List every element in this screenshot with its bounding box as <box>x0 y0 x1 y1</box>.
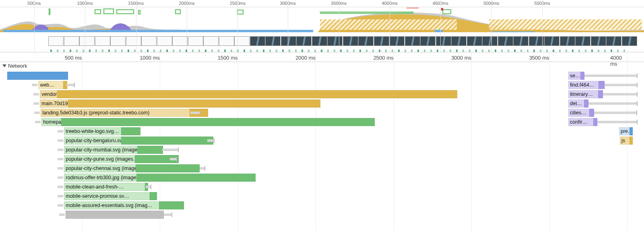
request-label: cities… <box>570 110 586 116</box>
request-tail-whisker <box>162 149 178 151</box>
request-label: js <box>621 138 625 143</box>
network-request-bar[interactable]: icomoon.f9c43a99.woff2 (prep… <box>0 211 644 219</box>
screenshot-thumb[interactable] <box>157 36 172 46</box>
request-bar-download <box>136 164 200 172</box>
request-bar-download <box>580 72 584 80</box>
screenshot-thumb[interactable] <box>606 36 621 46</box>
request-bar-download <box>150 192 157 200</box>
request-bar-download <box>630 127 633 135</box>
overview-gridline <box>440 0 441 52</box>
overview-timeline[interactable]: 500ms1000ms1500ms2000ms2500ms3000ms3500m… <box>0 0 644 52</box>
request-label: popular-city-mumbai.svg (images… <box>66 147 145 153</box>
screenshot-thumbs[interactable] <box>0 35 644 48</box>
network-request-bar[interactable]: se… <box>0 72 644 80</box>
main-ruler[interactable]: 500 ms1000 ms1500 ms2000 ms2500 ms3000 m… <box>0 52 644 62</box>
main-ruler-tick: 3000 ms <box>451 55 471 61</box>
network-request-bar[interactable]: det… <box>0 99 644 108</box>
screenshot-thumb[interactable] <box>544 36 559 46</box>
screenshot-thumb[interactable] <box>327 36 343 46</box>
network-request-bar[interactable]: mobile-assured-essentials.svg (imag… <box>0 201 644 209</box>
network-request-bar[interactable]: pre. <box>0 127 644 135</box>
svg-rect-9 <box>95 10 101 14</box>
network-request-bar[interactable]: mobile-service-promise.sv… <box>0 192 644 200</box>
screenshot-thumb[interactable] <box>513 36 528 46</box>
screenshot-thumb[interactable] <box>575 36 590 46</box>
overview-gridline <box>491 0 492 52</box>
screenshot-thumb[interactable] <box>591 36 606 46</box>
request-tail-whisker <box>584 75 637 77</box>
network-request-bar[interactable]: popular-city-pune.svg (images.tree… <box>0 155 644 163</box>
network-section-header[interactable]: Network <box>2 63 27 69</box>
screenshot-thumb[interactable] <box>281 36 296 46</box>
request-bar-download <box>593 118 597 126</box>
overview-gridline <box>187 0 187 52</box>
request-lead-whisker <box>58 195 63 197</box>
network-request-bar[interactable]: rodimus-offer-trb300.jpg (images.treeboh… <box>0 174 644 182</box>
network-request-bar[interactable]: mobile-clean-and-fresh-… <box>0 183 644 191</box>
network-request-bar[interactable]: itinerary… <box>0 90 644 98</box>
screenshot-thumb[interactable] <box>219 36 234 46</box>
screenshot-thumb[interactable] <box>250 36 265 46</box>
request-label: itinerary… <box>570 91 593 97</box>
main-ruler-tick: 1000 ms <box>140 55 160 61</box>
svg-rect-10 <box>104 9 114 14</box>
request-end-tick <box>151 184 151 189</box>
request-end-tick <box>176 157 177 162</box>
request-end-tick <box>637 101 638 106</box>
screenshot-thumb[interactable] <box>265 36 281 46</box>
screenshot-thumb[interactable] <box>95 36 110 46</box>
screenshot-thumb[interactable] <box>374 36 389 46</box>
screenshot-thumb[interactable] <box>203 36 219 46</box>
request-lead-whisker <box>58 158 63 160</box>
network-waterfall[interactable]: bundle-ssr-…web…vendor.1573affe.js (prep… <box>0 72 644 234</box>
screenshot-thumb[interactable] <box>110 36 126 46</box>
overview-gridline <box>34 0 35 52</box>
screenshot-thumb[interactable] <box>405 36 420 46</box>
screenshot-thumb[interactable] <box>467 36 482 46</box>
screenshot-thumb[interactable] <box>498 36 513 46</box>
request-tail-whisker <box>588 102 637 105</box>
screenshot-thumb[interactable] <box>389 36 405 46</box>
screenshot-thumb[interactable] <box>48 36 64 46</box>
screenshot-thumb[interactable] <box>420 36 436 46</box>
svg-rect-18 <box>441 8 443 10</box>
overview-gridline <box>288 0 288 52</box>
screenshot-thumb[interactable] <box>343 36 358 46</box>
screenshot-thumb[interactable] <box>296 36 312 46</box>
overview-gridline <box>136 0 136 52</box>
request-bar-download <box>137 146 163 154</box>
screenshot-thumb[interactable] <box>529 36 544 46</box>
request-end-tick <box>637 73 638 78</box>
svg-rect-12 <box>138 10 140 14</box>
request-bar-download <box>136 174 256 182</box>
main-ruler-tick: 1500 ms <box>218 55 238 61</box>
network-request-bar[interactable]: js <box>0 137 644 145</box>
screenshot-thumb[interactable] <box>141 36 157 46</box>
screenshot-thumb[interactable] <box>358 36 374 46</box>
network-request-bar[interactable]: popular-city-mumbai.svg (images… <box>0 146 644 154</box>
network-request-bar[interactable]: cities… <box>0 109 644 117</box>
network-request-bar[interactable]: popular-city-chennai.svg (images.treeboh… <box>0 164 644 172</box>
request-end-tick <box>171 212 172 217</box>
screenshot-thumb[interactable] <box>451 36 466 46</box>
request-label: mobile-assured-essentials.svg (imag… <box>66 203 152 208</box>
screenshot-thumb[interactable] <box>622 36 637 46</box>
request-bar-download <box>630 137 633 145</box>
svg-rect-14 <box>237 10 243 14</box>
request-tail-whisker <box>146 186 151 188</box>
screenshot-thumb[interactable] <box>482 36 497 46</box>
request-end-tick <box>637 83 638 87</box>
screenshot-thumb[interactable] <box>126 36 141 46</box>
screenshot-thumb[interactable] <box>560 36 575 46</box>
screenshot-thumb[interactable] <box>234 36 250 46</box>
network-request-bar[interactable]: find.f464… <box>0 81 644 89</box>
request-lead-whisker <box>58 176 63 179</box>
network-request-bar[interactable]: confir… <box>0 118 644 126</box>
screenshot-thumb[interactable] <box>312 36 327 46</box>
screenshot-thumb[interactable] <box>188 36 203 46</box>
screenshot-thumb[interactable] <box>79 36 95 46</box>
request-end-tick <box>178 147 179 152</box>
screenshot-thumb[interactable] <box>64 36 79 46</box>
screenshot-thumb[interactable] <box>436 36 451 46</box>
screenshot-thumb[interactable] <box>172 36 188 46</box>
